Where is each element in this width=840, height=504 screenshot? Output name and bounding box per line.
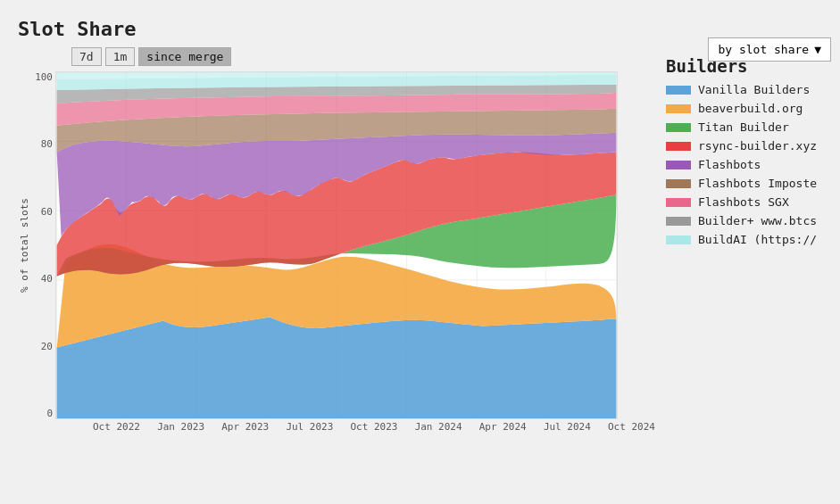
time-1m-button[interactable]: 1m [105,47,136,66]
y-tick-60: 60 [41,206,53,218]
legend-item-buildai: BuildAI (https:// [666,233,822,246]
legend-item-vanilla: Vanilla Builders [666,83,822,96]
sort-dropdown[interactable]: by slot share ▼ [708,37,831,62]
sort-dropdown-label: by slot share [718,43,809,56]
main-chart [55,71,618,419]
x-label-oct2023: Oct 2023 [351,421,398,433]
legend-item-titan: Titan Builder [666,120,822,134]
legend-swatch-beaver [666,104,691,113]
y-axis-label: % of total slots [19,198,30,293]
legend-item-builderplus: Builder+ www.btcs [666,214,822,227]
x-label-jul2023: Jul 2023 [286,421,333,433]
legend-swatch-buildai [666,235,691,244]
legend-item-beaver: beaverbuild.org [666,102,822,115]
legend-swatch-builderplus [666,217,691,226]
y-tick-100: 100 [35,71,53,83]
legend-swatch-vanilla [666,86,691,95]
dropdown-arrow-icon: ▼ [814,43,821,56]
legend-swatch-flashbots [666,161,691,169]
time-controls: 7d 1m since merge [71,47,666,66]
legend-swatch-titan [666,123,691,132]
y-tick-80: 80 [41,138,53,150]
y-tick-20: 20 [41,341,53,352]
legend-label-builderplus: Builder+ www.btcs [698,214,817,227]
legend-swatch-flashbots-imposte [666,179,691,188]
legend-swatch-rsync [666,142,691,151]
y-tick-0: 0 [46,408,53,419]
time-since-merge-button[interactable]: since merge [138,47,231,66]
x-label-jul2024: Jul 2024 [544,421,591,433]
page-title: Slot Share [18,18,822,40]
legend-label-titan: Titan Builder [698,120,789,134]
legend-item-flashbots-imposte: Flashbots Imposte [666,177,822,190]
x-label-jan2023: Jan 2023 [157,421,204,433]
legend-label-flashbots-imposte: Flashbots Imposte [698,177,817,190]
x-label-apr2023: Apr 2023 [221,421,269,433]
legend-label-beaver: beaverbuild.org [698,102,803,115]
x-axis-labels: Oct 2022 Jan 2023 Apr 2023 Jul 2023 Oct … [93,421,655,433]
x-label-apr2024: Apr 2024 [479,421,527,433]
legend-item-rsync: rsync-builder.xyz [666,139,822,153]
legend-swatch-flashbots-sgx [666,198,691,207]
legend-item-flashbots: Flashbots [666,158,822,171]
x-label-jan2024: Jan 2024 [415,421,462,433]
legend-label-flashbots-sgx: Flashbots SGX [698,195,789,209]
x-label-oct2022: Oct 2022 [93,421,140,433]
legend-label-flashbots: Flashbots [698,158,761,171]
x-label-oct2024: Oct 2024 [608,421,655,433]
legend-label-buildai: BuildAI (https:// [698,233,817,246]
legend-label-rsync: rsync-builder.xyz [698,139,817,153]
legend-label-vanilla: Vanilla Builders [698,83,810,96]
time-7d-button[interactable]: 7d [71,47,102,66]
legend: by slot share ▼ Builders Vanilla Builder… [666,47,822,252]
legend-item-flashbots-sgx: Flashbots SGX [666,195,822,209]
y-tick-40: 40 [41,273,53,285]
